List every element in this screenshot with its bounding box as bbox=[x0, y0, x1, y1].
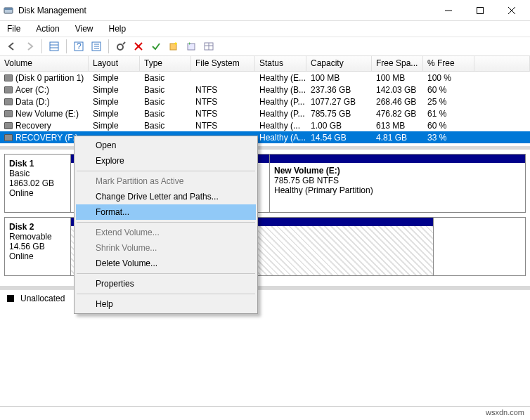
svg-rect-6 bbox=[50, 42, 58, 51]
menu-file[interactable]: File bbox=[4, 22, 23, 35]
volume-list[interactable]: Volume Layout Type File System Status Ca… bbox=[0, 56, 530, 143]
header-volume[interactable]: Volume bbox=[0, 56, 89, 71]
header-type[interactable]: Type bbox=[140, 56, 191, 71]
menu-item-change-drive-letter-and-paths[interactable]: Change Drive Letter and Paths... bbox=[76, 189, 256, 204]
menu-item-help[interactable]: Help bbox=[76, 296, 256, 312]
volume-icon bbox=[4, 110, 13, 117]
header-status[interactable]: Status bbox=[255, 56, 306, 71]
menu-item-format[interactable]: Format... bbox=[76, 204, 256, 220]
table-row[interactable]: (Disk 0 partition 1)SimpleBasicHealthy (… bbox=[0, 72, 530, 84]
header-free[interactable]: Free Spa... bbox=[372, 56, 423, 71]
svg-text:?: ? bbox=[77, 41, 82, 51]
close-button[interactable] bbox=[496, 0, 527, 21]
forward-button[interactable] bbox=[22, 39, 37, 54]
menu-action[interactable]: Action bbox=[33, 22, 62, 35]
menu-item-shrink-volume: Shrink Volume... bbox=[76, 240, 256, 256]
table-row[interactable]: Data (D:)SimpleBasicNTFSHealthy (P...107… bbox=[0, 96, 530, 107]
menu-item-explore[interactable]: Explore bbox=[76, 153, 256, 169]
svg-rect-1 bbox=[4, 8, 13, 10]
menu-item-delete-volume[interactable]: Delete Volume... bbox=[76, 256, 256, 271]
volume-icon bbox=[4, 74, 13, 81]
table-row[interactable]: Acer (C:)SimpleBasicNTFSHealthy (B...237… bbox=[0, 84, 530, 96]
header-fs[interactable]: File System bbox=[191, 56, 255, 71]
properties-icon[interactable] bbox=[201, 39, 216, 54]
disk-2-label[interactable]: Disk 2 Removable 14.56 GB Online bbox=[5, 218, 71, 275]
header-pfree[interactable]: % Free bbox=[423, 56, 474, 71]
maximize-button[interactable] bbox=[464, 0, 496, 21]
header-capacity[interactable]: Capacity bbox=[306, 56, 372, 71]
back-button[interactable] bbox=[4, 39, 20, 54]
menu-help[interactable]: Help bbox=[106, 22, 129, 35]
context-menu: OpenExploreMark Partition as ActiveChang… bbox=[74, 136, 258, 314]
help-icon[interactable]: ? bbox=[71, 39, 86, 54]
svg-rect-20 bbox=[188, 44, 195, 50]
window-title: Disk Management bbox=[18, 6, 432, 15]
menu-item-properties[interactable]: Properties bbox=[76, 276, 256, 291]
toolbar: ? bbox=[0, 37, 530, 56]
header-layout[interactable]: Layout bbox=[89, 56, 140, 71]
menu-item-open[interactable]: Open bbox=[76, 138, 256, 153]
menu-item-extend-volume: Extend Volume... bbox=[76, 225, 256, 240]
refresh-icon[interactable] bbox=[113, 39, 129, 54]
table-row[interactable]: New Volume (E:)SimpleBasicNTFSHealthy (P… bbox=[0, 107, 530, 119]
action-icon[interactable] bbox=[183, 39, 199, 54]
delete-icon[interactable] bbox=[131, 39, 146, 54]
status-bar: wsxdn.com bbox=[0, 406, 530, 420]
details-icon[interactable] bbox=[46, 39, 62, 54]
menu-item-mark-partition-as-active: Mark Partition as Active bbox=[76, 173, 256, 189]
svg-point-15 bbox=[117, 44, 123, 50]
svg-rect-3 bbox=[477, 7, 483, 13]
volume-icon bbox=[4, 134, 13, 141]
swatch-unallocated bbox=[7, 295, 14, 302]
menu-bar: File Action View Help bbox=[0, 21, 530, 37]
app-icon bbox=[3, 5, 14, 16]
minimize-button[interactable] bbox=[432, 0, 464, 21]
menu-view[interactable]: View bbox=[72, 22, 96, 35]
svg-line-16 bbox=[123, 42, 125, 44]
new-icon[interactable] bbox=[166, 39, 181, 54]
column-headers[interactable]: Volume Layout Type File System Status Ca… bbox=[0, 56, 530, 72]
volume-icon bbox=[4, 86, 13, 93]
list-icon[interactable] bbox=[89, 39, 104, 54]
table-row[interactable]: RecoverySimpleBasicNTFSHealthy (...1.00 … bbox=[0, 119, 530, 131]
disk-1-label[interactable]: Disk 1 Basic 1863.02 GB Online bbox=[5, 155, 71, 212]
volume-icon bbox=[4, 122, 13, 129]
legend-unallocated: Unallocated bbox=[20, 294, 65, 303]
title-bar: Disk Management bbox=[0, 0, 530, 21]
partition-new-volume-e[interactable]: New Volume (E:) 785.75 GB NTFS Healthy (… bbox=[270, 155, 525, 212]
volume-icon bbox=[4, 98, 13, 105]
check-icon[interactable] bbox=[148, 39, 164, 54]
